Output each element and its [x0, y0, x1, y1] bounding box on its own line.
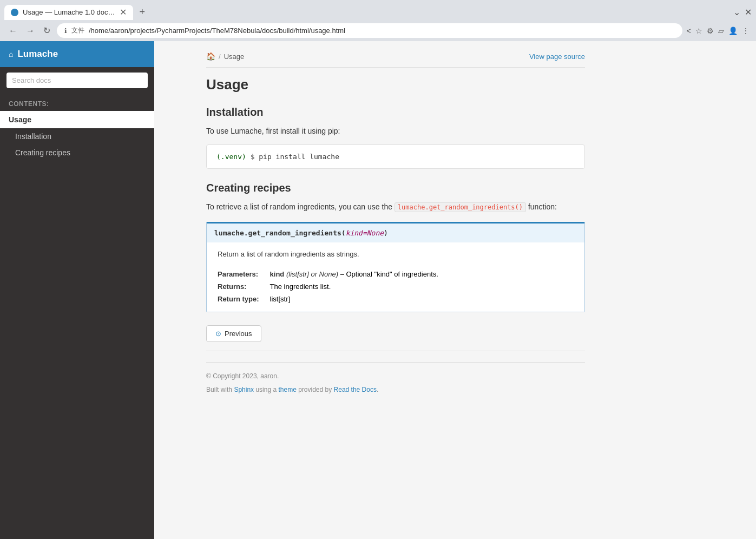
installation-heading: Installation: [206, 106, 585, 119]
sidebar-nav-sub: Installation Creating recipes: [0, 128, 154, 161]
tab-controls: ⌄ ✕: [733, 7, 752, 17]
menu-button[interactable]: ⋮: [742, 27, 750, 35]
footer: © Copyright 2023, aaron. Built with Sphi…: [206, 362, 585, 395]
sidebar-header[interactable]: ⌂ Lumache: [0, 41, 154, 67]
using-a-label: using a: [255, 386, 277, 393]
tab-bar: Usage — Lumache 1.0 doc… ✕ + ⌄ ✕: [0, 0, 756, 20]
sidebar-title: Lumache: [17, 49, 58, 60]
previous-label: Previous: [225, 330, 252, 338]
url-bar[interactable]: ℹ 文件 /home/aaron/projects/PycharmProject…: [57, 23, 682, 38]
returns-value: The ingredients list.: [270, 280, 447, 293]
file-label: 文件: [71, 26, 84, 35]
url-text: /home/aaron/projects/PycharmProjects/The…: [89, 27, 675, 35]
previous-icon: ⊙: [215, 330, 221, 338]
sidebar-item-installation[interactable]: Installation: [0, 128, 154, 144]
extensions-button[interactable]: ⚙: [707, 27, 714, 35]
main-content: 🏠 / Usage View page source Usage Install…: [154, 41, 637, 539]
param-kind-type: (list[str] or None): [286, 270, 338, 278]
params-row: Parameters: kind (list[str] or None) – O…: [218, 268, 447, 280]
inline-code: lumache.get_random_ingredients(): [395, 202, 526, 212]
code-dollar: $: [251, 153, 259, 161]
pip-install-code-block: (.venv) $ pip install lumache: [206, 144, 585, 169]
address-bar-actions: < ☆ ⚙ ▱ 👤 ⋮: [687, 27, 750, 35]
tab-favicon: [11, 9, 18, 16]
breadcrumb-left: 🏠 / Usage: [206, 52, 244, 61]
function-name: lumache.get_random_ingredients: [214, 229, 341, 237]
security-icon: ℹ: [64, 27, 67, 35]
rtd-link[interactable]: Read the Docs: [334, 386, 377, 393]
breadcrumb-home-link[interactable]: 🏠: [206, 52, 215, 61]
intro-text-before: To retrieve a list of random ingredients…: [206, 202, 392, 211]
function-block: lumache.get_random_ingredients(kind=None…: [206, 222, 585, 312]
function-description: Return a list of random ingredients as s…: [218, 249, 574, 260]
profile-button[interactable]: 👤: [728, 27, 738, 35]
param-desc: Optional "kind" of ingredients.: [346, 270, 438, 278]
params-label: Parameters:: [218, 268, 270, 280]
page-wrapper: ⌂ Lumache CONTENTS: Usage Installation C…: [0, 41, 756, 539]
param-kind-name: kind: [270, 270, 285, 278]
footer-period: .: [377, 386, 378, 393]
divider: [206, 351, 585, 351]
forward-button[interactable]: →: [24, 24, 37, 38]
function-param: kind=None: [346, 229, 384, 237]
sidebar-item-creating-recipes[interactable]: Creating recipes: [0, 144, 154, 161]
built-with-text: Built with Sphinx using a theme provided…: [206, 385, 585, 395]
installation-text: To use Lumache, first install it using p…: [206, 125, 585, 137]
code-cmd: pip install lumache: [259, 153, 339, 161]
sidebar-toggle-button[interactable]: ▱: [718, 27, 724, 35]
browser-chrome: Usage — Lumache 1.0 doc… ✕ + ⌄ ✕ ← → ↻ ℹ…: [0, 0, 756, 41]
right-panel: [637, 41, 756, 539]
creating-recipes-intro: To retrieve a list of random ingredients…: [206, 201, 585, 213]
sidebar-nav: Usage Installation Creating recipes: [0, 111, 154, 161]
reload-button[interactable]: ↻: [41, 23, 52, 38]
sidebar-item-usage[interactable]: Usage: [0, 111, 154, 128]
sidebar: ⌂ Lumache CONTENTS: Usage Installation C…: [0, 41, 154, 539]
contents-label: CONTENTS:: [0, 94, 154, 111]
tab-close-button[interactable]: ✕: [120, 8, 127, 17]
new-tab-button[interactable]: +: [135, 4, 150, 20]
breadcrumb-current: Usage: [224, 52, 245, 61]
back-button[interactable]: ←: [6, 24, 19, 38]
code-venv: (.venv): [216, 153, 246, 161]
bookmark-button[interactable]: ☆: [695, 27, 702, 35]
intro-text-after: function:: [528, 202, 557, 211]
page-title: Usage: [206, 76, 585, 93]
params-table: Parameters: kind (list[str] or None) – O…: [218, 268, 447, 305]
sphinx-link[interactable]: Sphinx: [234, 386, 254, 393]
return-type-label: Return type:: [218, 293, 270, 305]
copyright-text: © Copyright 2023, aaron.: [206, 371, 585, 382]
previous-button[interactable]: ⊙ Previous: [206, 325, 261, 342]
provided-by-label: provided by: [298, 386, 332, 393]
nav-buttons: ⊙ Previous: [206, 325, 585, 342]
breadcrumb-separator: /: [219, 52, 221, 61]
returns-row: Returns: The ingredients list.: [218, 280, 447, 293]
sidebar-search: [0, 67, 154, 94]
breadcrumb: 🏠 / Usage View page source: [206, 52, 585, 68]
share-button[interactable]: <: [687, 27, 691, 35]
return-type-value: list[str]: [270, 293, 447, 305]
close-window-button[interactable]: ✕: [745, 7, 752, 17]
built-with-label: Built with: [206, 386, 232, 393]
creating-recipes-heading: Creating recipes: [206, 182, 585, 194]
search-input[interactable]: [6, 73, 148, 88]
active-tab[interactable]: Usage — Lumache 1.0 doc… ✕: [4, 5, 133, 20]
address-bar: ← → ↻ ℹ 文件 /home/aaron/projects/PycharmP…: [0, 20, 756, 41]
function-body: Return a list of random ingredients as s…: [207, 242, 584, 312]
view-source-link[interactable]: View page source: [529, 52, 585, 61]
function-header: lumache.get_random_ingredients(kind=None…: [207, 224, 584, 242]
minimize-button[interactable]: ⌄: [733, 7, 740, 17]
param-sep: –: [340, 270, 344, 278]
theme-link[interactable]: theme: [278, 386, 296, 393]
return-type-row: Return type: list[str]: [218, 293, 447, 305]
home-icon: ⌂: [9, 50, 13, 58]
params-value: kind (list[str] or None) – Optional "kin…: [270, 268, 447, 280]
returns-label: Returns:: [218, 280, 270, 293]
tab-title: Usage — Lumache 1.0 doc…: [23, 8, 115, 16]
content-area: 🏠 / Usage View page source Usage Install…: [190, 41, 601, 420]
